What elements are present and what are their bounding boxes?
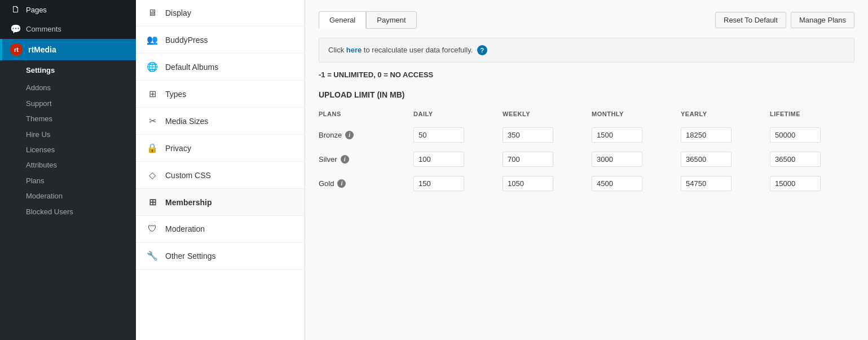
input-bronze-yearly[interactable] <box>681 127 732 143</box>
privacy-icon: 🔒 <box>146 143 158 153</box>
button-group: Reset To Default Manage Plans <box>715 12 854 28</box>
col-yearly: YEARLY <box>676 111 765 123</box>
plan-name-gold: Gold i <box>319 179 404 188</box>
sidebar-item-comments-label: Comments <box>26 25 61 33</box>
unlimited-text: -1 = UNLIMITED, 0 = NO ACCESS <box>319 70 854 79</box>
plan-info-icon-silver[interactable]: i <box>341 155 349 164</box>
input-gold-weekly[interactable] <box>503 176 553 191</box>
info-text-prefix: Click <box>328 46 346 54</box>
nav-item-other-settings-label: Other Settings <box>165 251 216 260</box>
input-gold-monthly[interactable] <box>592 176 642 191</box>
sidebar-sub-plans[interactable]: Plans <box>0 173 136 188</box>
nav-item-display[interactable]: 🖥 Display <box>136 0 305 27</box>
input-bronze-daily[interactable] <box>413 127 464 143</box>
info-link[interactable]: here <box>346 46 362 54</box>
input-silver-daily[interactable] <box>413 152 464 167</box>
input-silver-monthly[interactable] <box>592 152 642 167</box>
nav-item-privacy[interactable]: 🔒 Privacy <box>136 135 305 162</box>
sidebar-item-pages[interactable]: 🗋 Pages <box>0 0 136 19</box>
middle-nav: 🖥 Display 👥 BuddyPress 🌐 Default Albums … <box>136 0 305 340</box>
plan-info-icon-gold[interactable]: i <box>337 179 346 188</box>
default-albums-icon: 🌐 <box>146 61 158 72</box>
tabs: General Payment <box>319 11 417 29</box>
main-content: General Payment Reset To Default Manage … <box>305 0 868 340</box>
comments-icon: 💬 <box>10 24 21 34</box>
buddypress-icon: 👥 <box>146 34 158 45</box>
reset-button[interactable]: Reset To Default <box>715 12 786 28</box>
tab-payment[interactable]: Payment <box>366 11 416 29</box>
sidebar-item-rtmedia[interactable]: rt rtMedia <box>0 39 136 60</box>
input-bronze-lifetime[interactable] <box>770 127 821 143</box>
input-gold-yearly[interactable] <box>681 176 732 191</box>
sidebar-sub-support[interactable]: Support <box>0 96 136 111</box>
manage-plans-button[interactable]: Manage Plans <box>791 12 854 28</box>
sidebar-sub-attributes[interactable]: Attributes <box>0 157 136 173</box>
nav-item-default-albums[interactable]: 🌐 Default Albums <box>136 54 305 81</box>
plan-name-label: Gold <box>319 179 334 188</box>
col-monthly: MONTHLY <box>587 111 676 123</box>
nav-item-custom-css-label: Custom CSS <box>165 171 211 180</box>
display-icon: 🖥 <box>146 8 158 18</box>
col-plans: PLANS <box>319 111 409 123</box>
pages-icon: 🗋 <box>10 5 21 15</box>
sidebar-sub-blocked-users[interactable]: Blocked Users <box>0 204 136 219</box>
input-bronze-weekly[interactable] <box>503 127 553 143</box>
sidebar-sub-settings[interactable]: Settings <box>0 60 136 80</box>
plan-name-bronze: Bronze i <box>319 131 404 139</box>
nav-item-media-sizes-label: Media Sizes <box>165 117 208 126</box>
nav-item-other-settings[interactable]: 🔧 Other Settings <box>136 242 305 270</box>
nav-item-types[interactable]: ⊞ Types <box>136 81 305 108</box>
sidebar-sub-moderation[interactable]: Moderation <box>0 188 136 204</box>
membership-icon: ⊞ <box>146 197 158 207</box>
tab-general[interactable]: General <box>319 11 366 29</box>
nav-item-membership[interactable]: ⊞ Membership <box>136 189 305 216</box>
types-icon: ⊞ <box>146 89 158 99</box>
moderation-icon: 🛡 <box>146 224 158 234</box>
sidebar-sub-addons[interactable]: Addons <box>0 80 136 95</box>
input-silver-lifetime[interactable] <box>770 152 821 167</box>
plan-name-label: Silver <box>319 155 337 164</box>
sidebar-sub-themes[interactable]: Themes <box>0 111 136 126</box>
sidebar-item-comments[interactable]: 💬 Comments <box>0 19 136 39</box>
sidebar-item-rtmedia-label: rtMedia <box>28 45 56 54</box>
nav-item-default-albums-label: Default Albums <box>165 63 218 72</box>
input-gold-daily[interactable] <box>413 176 464 191</box>
nav-item-moderation[interactable]: 🛡 Moderation <box>136 216 305 242</box>
input-gold-lifetime[interactable] <box>770 176 821 191</box>
nav-item-custom-css[interactable]: ◇ Custom CSS <box>136 162 305 189</box>
plan-info-icon-bronze[interactable]: i <box>345 131 354 139</box>
nav-item-membership-label: Membership <box>165 198 212 207</box>
input-silver-weekly[interactable] <box>503 152 553 167</box>
nav-item-moderation-label: Moderation <box>165 224 205 233</box>
plans-table: PLANS DAILY WEEKLY MONTHLY YEARLY LIFETI… <box>319 111 854 196</box>
plan-name-silver: Silver i <box>319 155 404 164</box>
sidebar-sub-licenses[interactable]: Licenses <box>0 142 136 157</box>
sidebar-sub-hire-us[interactable]: Hire Us <box>0 127 136 142</box>
other-settings-icon: 🔧 <box>146 250 158 261</box>
custom-css-icon: ◇ <box>146 170 158 180</box>
info-text-suffix: to recalculate user data forcefully. <box>362 46 473 54</box>
table-row: Bronze i <box>319 123 854 147</box>
col-weekly: WEEKLY <box>498 111 587 123</box>
table-row: Gold i <box>319 171 854 196</box>
plan-name-label: Bronze <box>319 131 342 139</box>
media-sizes-icon: ✂ <box>146 116 158 126</box>
nav-item-buddypress-label: BuddyPress <box>165 36 208 45</box>
sidebar: 🗋 Pages 💬 Comments rt rtMedia Settings A… <box>0 0 136 340</box>
col-daily: DAILY <box>409 111 498 123</box>
help-icon[interactable]: ? <box>477 45 487 55</box>
nav-item-display-label: Display <box>165 8 191 17</box>
upload-limit-title: UPLOAD LIMIT (IN MB) <box>319 90 854 99</box>
rtmedia-logo: rt <box>10 43 23 56</box>
nav-item-buddypress[interactable]: 👥 BuddyPress <box>136 27 305 54</box>
nav-item-types-label: Types <box>165 90 186 99</box>
input-silver-yearly[interactable] <box>681 152 732 167</box>
sidebar-item-pages-label: Pages <box>26 6 47 14</box>
table-row: Silver i <box>319 147 854 171</box>
input-bronze-monthly[interactable] <box>592 127 642 143</box>
col-lifetime: LIFETIME <box>765 111 854 123</box>
info-box: Click here to recalculate user data forc… <box>319 38 854 63</box>
top-bar: General Payment Reset To Default Manage … <box>319 11 854 29</box>
nav-item-privacy-label: Privacy <box>165 144 191 153</box>
nav-item-media-sizes[interactable]: ✂ Media Sizes <box>136 108 305 135</box>
